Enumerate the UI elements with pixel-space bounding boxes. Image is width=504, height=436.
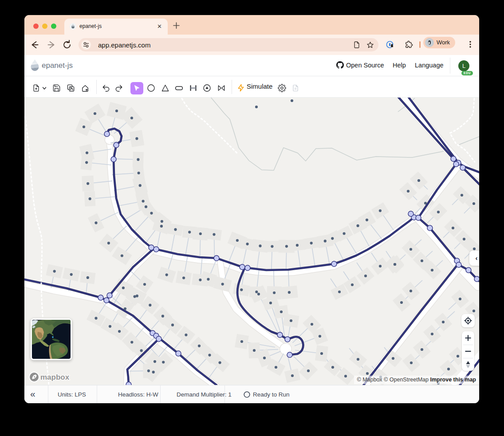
svg-text:mapbox: mapbox bbox=[40, 373, 70, 381]
